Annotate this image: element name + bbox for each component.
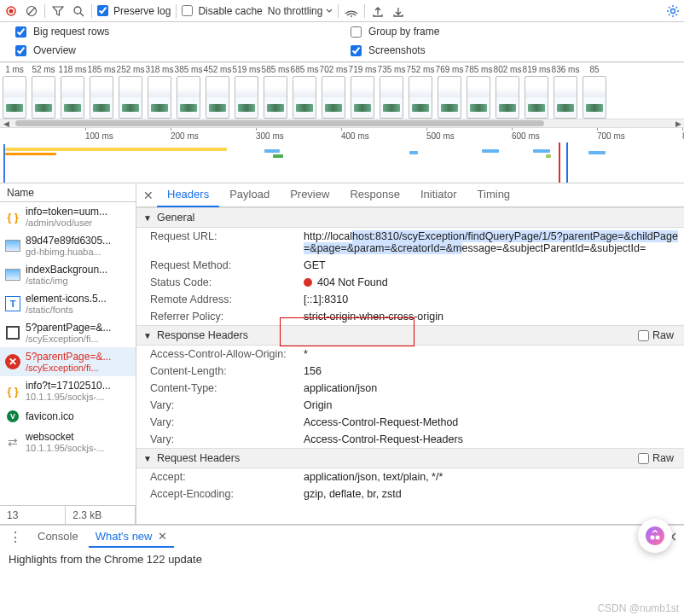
response-header-value: * xyxy=(304,348,684,360)
filmstrip-frame[interactable]: 752 ms xyxy=(406,65,435,119)
filmstrip-frame[interactable]: 52 ms xyxy=(29,65,58,119)
filmstrip-frame[interactable]: 819 ms xyxy=(522,65,551,119)
record-icon[interactable] xyxy=(3,3,19,19)
export-har-icon[interactable] xyxy=(370,3,385,19)
screenshot-thumb xyxy=(90,76,113,119)
filmstrip-scrollbar[interactable]: ◀ ▶ xyxy=(0,119,684,127)
big-request-rows-checkbox[interactable] xyxy=(15,26,26,38)
raw-toggle[interactable]: Raw xyxy=(638,452,677,464)
filter-icon[interactable] xyxy=(50,3,66,19)
response-header-key: Content-Type: xyxy=(150,382,304,394)
referrer-policy-key: Referrer Policy: xyxy=(150,311,304,323)
scrollbar-thumb[interactable] xyxy=(15,120,544,126)
general-section-header[interactable]: ▼General xyxy=(136,207,684,228)
group-by-frame-checkbox[interactable] xyxy=(351,26,362,38)
filmstrip-frame[interactable]: 185 ms xyxy=(87,65,116,119)
close-tab-icon[interactable]: ✕ xyxy=(158,530,167,543)
svg-point-8 xyxy=(646,527,664,544)
disable-cache-checkbox[interactable] xyxy=(182,5,193,16)
filmstrip-frame[interactable]: 585 ms xyxy=(261,65,290,119)
network-conditions-icon[interactable] xyxy=(344,3,359,19)
filmstrip-frame[interactable]: 318 ms xyxy=(145,65,174,119)
screenshot-thumb xyxy=(583,76,606,119)
request-header-key: Accept: xyxy=(150,471,304,483)
watermark: CSDN @numb1st xyxy=(597,602,679,614)
request-row[interactable]: { }info?t=17102510...10.1.1.95/sockjs-..… xyxy=(0,376,136,405)
referrer-policy-row: Referrer Policy:strict-origin-when-cross… xyxy=(136,308,684,325)
screenshots-checkbox[interactable] xyxy=(351,45,362,56)
tab-preview[interactable]: Preview xyxy=(280,183,339,207)
drawer-tab-whatsnew[interactable]: What's new✕ xyxy=(89,526,174,548)
svg-point-9 xyxy=(651,536,655,540)
drawer-tab-console[interactable]: Console xyxy=(31,526,85,548)
request-row[interactable]: 89d47e89fd6305...gd-hbimg.huaba... xyxy=(0,231,136,260)
preserve-log-checkbox[interactable] xyxy=(97,5,108,16)
tab-response[interactable]: Response xyxy=(339,183,410,207)
detail-tabs: ✕ Headers Payload Preview Response Initi… xyxy=(136,183,684,207)
search-icon[interactable] xyxy=(71,3,86,19)
request-url-value[interactable]: http://localhost:8310/scyException/findQ… xyxy=(304,230,684,254)
clear-icon[interactable] xyxy=(24,3,39,19)
filmstrip-frame[interactable]: 1 ms xyxy=(0,65,29,119)
raw-checkbox[interactable] xyxy=(638,330,649,341)
screenshot-thumb xyxy=(235,76,258,119)
response-headers-section-header[interactable]: ▼Response Headers Raw xyxy=(136,325,684,346)
drawer: ⋮ Console What's new✕ ✕ Highlights from … xyxy=(0,525,684,571)
request-headers-section-header[interactable]: ▼Request Headers Raw xyxy=(136,448,684,468)
import-har-icon[interactable] xyxy=(391,3,406,19)
filmstrip-frame[interactable]: 685 ms xyxy=(290,65,319,119)
filmstrip-frame[interactable]: 769 ms xyxy=(435,65,464,119)
filmstrip-frame[interactable]: 118 ms xyxy=(58,65,87,119)
close-detail-icon[interactable]: ✕ xyxy=(140,189,157,202)
filmstrip-frame[interactable]: 519 ms xyxy=(232,65,261,119)
filmstrip-frame[interactable]: 252 ms xyxy=(116,65,145,119)
request-row[interactable]: Telement-icons.5.../static/fonts xyxy=(0,289,136,318)
request-row[interactable]: ✕5?parentPage=&.../scyException/fi... xyxy=(0,347,136,376)
raw-checkbox[interactable] xyxy=(638,453,649,464)
filmstrip-frame[interactable]: 702 ms xyxy=(319,65,348,119)
filmstrip-frame[interactable]: 802 ms xyxy=(493,65,522,119)
drawer-menu-icon[interactable]: ⋮ xyxy=(3,529,27,545)
tab-initiator[interactable]: Initiator xyxy=(410,183,467,207)
request-row[interactable]: Vfavicon.ico xyxy=(0,405,136,427)
request-row[interactable]: 5?parentPage=&.../scyException/fi... xyxy=(0,318,136,347)
error-icon: ✕ xyxy=(5,354,20,369)
request-count: 13 requests xyxy=(0,506,66,524)
request-row[interactable]: { }info=token=uum.../admin/vod/user xyxy=(0,202,136,231)
filmstrip-frame[interactable]: 785 ms xyxy=(464,65,493,119)
response-header-row: Access-Control-Allow-Origin:* xyxy=(136,346,684,363)
name-column-header[interactable]: Name xyxy=(0,183,136,202)
overview-checkbox[interactable] xyxy=(15,45,26,56)
filmstrip-frame[interactable]: 719 ms xyxy=(348,65,377,119)
tab-headers[interactable]: Headers xyxy=(157,183,219,207)
request-path: /scyException/fi... xyxy=(26,363,111,373)
timeline-overview[interactable] xyxy=(0,142,684,183)
toolbar-separator xyxy=(91,4,92,18)
tab-timing[interactable]: Timing xyxy=(467,183,521,207)
request-name: favicon.ico xyxy=(26,410,74,422)
scroll-left-arrow-icon[interactable]: ◀ xyxy=(0,119,12,127)
floating-action-button[interactable] xyxy=(638,519,672,553)
request-name: indexBackgroun... xyxy=(26,264,107,276)
filmstrip-frame[interactable]: 85 xyxy=(580,65,609,119)
frame-time: 85 xyxy=(589,65,599,74)
timeline-ruler[interactable]: 100 ms200 ms300 ms400 ms500 ms600 ms700 … xyxy=(0,127,684,142)
request-method-value: GET xyxy=(304,259,684,271)
filmstrip-frame[interactable]: 452 ms xyxy=(203,65,232,119)
tab-payload[interactable]: Payload xyxy=(219,183,280,207)
filmstrip-frame[interactable]: 385 ms xyxy=(174,65,203,119)
frame-time: 685 ms xyxy=(291,65,319,74)
websocket-icon: ⇄ xyxy=(5,434,20,450)
status-code-value: 404 Not Found xyxy=(304,276,684,288)
screenshot-thumb xyxy=(322,76,345,119)
filmstrip-frame[interactable]: 735 ms xyxy=(377,65,406,119)
scroll-right-arrow-icon[interactable]: ▶ xyxy=(672,119,684,127)
request-row[interactable]: ⇄websocket10.1.1.95/sockjs-... xyxy=(0,427,136,456)
settings-gear-icon[interactable] xyxy=(665,3,681,19)
request-row[interactable]: indexBackgroun.../static/img xyxy=(0,260,136,289)
raw-toggle[interactable]: Raw xyxy=(638,329,677,341)
filmstrip[interactable]: 1 ms52 ms118 ms185 ms252 ms318 ms385 ms4… xyxy=(0,62,684,119)
filmstrip-frame[interactable]: 836 ms xyxy=(551,65,580,119)
throttling-dropdown[interactable]: No throttling xyxy=(268,5,333,17)
response-header-row: Vary:Access-Control-Request-Method xyxy=(136,414,684,431)
